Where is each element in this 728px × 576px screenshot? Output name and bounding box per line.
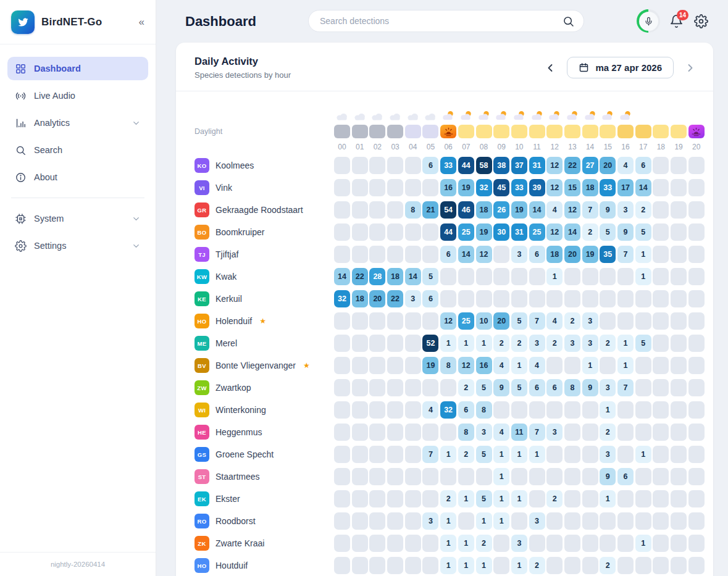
heatmap-cell[interactable]: 1 — [529, 446, 545, 463]
heatmap-cell[interactable]: 3 — [529, 335, 545, 352]
heatmap-cell[interactable] — [493, 557, 509, 574]
heatmap-cell[interactable] — [369, 157, 385, 174]
heatmap-cell[interactable] — [422, 379, 438, 396]
heatmap-cell[interactable]: 1 — [635, 268, 651, 285]
notifications-button[interactable]: 14 — [667, 12, 685, 30]
heatmap-cell[interactable] — [352, 201, 368, 219]
sidebar-item-live-audio[interactable]: Live Audio — [7, 84, 148, 107]
heatmap-cell[interactable]: 1 — [617, 335, 634, 352]
heatmap-cell[interactable] — [671, 379, 687, 396]
heatmap-cell[interactable]: 1 — [458, 490, 474, 507]
heatmap-cell[interactable]: 2 — [440, 490, 456, 507]
heatmap-cell[interactable] — [405, 446, 421, 463]
heatmap-cell[interactable] — [352, 246, 368, 263]
heatmap-cell[interactable] — [688, 424, 705, 441]
heatmap-cell[interactable]: 27 — [582, 157, 598, 174]
heatmap-cell[interactable]: 22 — [352, 268, 368, 285]
heatmap-cell[interactable] — [671, 268, 687, 285]
heatmap-cell[interactable]: 7 — [617, 379, 634, 396]
species-label[interactable]: GRGekraagde Roodstaart — [195, 202, 303, 217]
heatmap-cell[interactable] — [493, 268, 509, 285]
heatmap-cell[interactable] — [564, 446, 580, 463]
heatmap-cell[interactable] — [635, 379, 651, 396]
heatmap-cell[interactable] — [582, 401, 598, 419]
heatmap-cell[interactable] — [617, 512, 634, 530]
heatmap-cell[interactable] — [600, 268, 616, 285]
heatmap-cell[interactable] — [405, 490, 421, 507]
heatmap-cell[interactable]: 5 — [476, 379, 492, 396]
heatmap-cell[interactable]: 19 — [422, 357, 438, 374]
heatmap-cell[interactable]: 7 — [422, 446, 438, 463]
heatmap-cell[interactable] — [635, 468, 651, 485]
heatmap-cell[interactable] — [334, 201, 350, 219]
heatmap-cell[interactable]: 3 — [476, 424, 492, 441]
heatmap-cell[interactable] — [582, 468, 598, 485]
heatmap-cell[interactable] — [387, 468, 403, 485]
heatmap-cell[interactable] — [405, 246, 421, 263]
heatmap-cell[interactable]: 1 — [635, 535, 651, 552]
heatmap-cell[interactable]: 4 — [546, 312, 563, 330]
heatmap-cell[interactable]: 12 — [546, 179, 563, 196]
heatmap-cell[interactable] — [617, 446, 634, 463]
heatmap-cell[interactable] — [334, 312, 350, 330]
heatmap-cell[interactable]: 52 — [422, 335, 438, 352]
heatmap-cell[interactable]: 4 — [617, 157, 634, 174]
heatmap-cell[interactable] — [387, 557, 403, 574]
heatmap-cell[interactable] — [405, 223, 421, 241]
next-day-button[interactable] — [684, 61, 697, 75]
heatmap-cell[interactable] — [352, 312, 368, 330]
heatmap-cell[interactable]: 3 — [511, 246, 527, 263]
heatmap-cell[interactable]: 11 — [511, 424, 527, 441]
heatmap-cell[interactable]: 32 — [476, 179, 492, 196]
heatmap-cell[interactable] — [387, 357, 403, 374]
heatmap-cell[interactable] — [546, 446, 563, 463]
heatmap-cell[interactable]: 2 — [600, 335, 616, 352]
heatmap-cell[interactable] — [582, 424, 598, 441]
heatmap-cell[interactable] — [493, 246, 509, 263]
heatmap-cell[interactable] — [671, 490, 687, 507]
heatmap-cell[interactable]: 1 — [440, 512, 456, 530]
heatmap-cell[interactable]: 33 — [511, 179, 527, 196]
heatmap-cell[interactable] — [334, 223, 350, 241]
heatmap-cell[interactable] — [440, 290, 456, 307]
heatmap-cell[interactable]: 3 — [600, 379, 616, 396]
heatmap-cell[interactable] — [688, 335, 705, 352]
heatmap-cell[interactable] — [653, 246, 669, 263]
heatmap-cell[interactable]: 8 — [564, 379, 580, 396]
heatmap-cell[interactable] — [405, 379, 421, 396]
heatmap-cell[interactable] — [671, 357, 687, 374]
heatmap-cell[interactable]: 1 — [635, 246, 651, 263]
heatmap-cell[interactable]: 5 — [600, 223, 616, 241]
heatmap-cell[interactable] — [688, 512, 705, 530]
species-label[interactable]: MEMerel — [195, 336, 237, 351]
settings-button[interactable] — [692, 12, 709, 30]
heatmap-cell[interactable] — [546, 535, 563, 552]
heatmap-cell[interactable] — [405, 557, 421, 574]
heatmap-cell[interactable] — [334, 335, 350, 352]
heatmap-cell[interactable] — [688, 446, 705, 463]
heatmap-cell[interactable]: 5 — [476, 490, 492, 507]
heatmap-cell[interactable]: 2 — [600, 424, 616, 441]
sidebar-item-system[interactable]: System — [7, 207, 148, 230]
heatmap-cell[interactable] — [653, 512, 669, 530]
heatmap-cell[interactable] — [369, 490, 385, 507]
heatmap-cell[interactable] — [352, 401, 368, 419]
heatmap-cell[interactable] — [352, 557, 368, 574]
heatmap-cell[interactable] — [635, 312, 651, 330]
heatmap-cell[interactable]: 12 — [564, 201, 580, 219]
heatmap-cell[interactable]: 58 — [476, 157, 492, 174]
sidebar-item-analytics[interactable]: Analytics — [7, 111, 148, 135]
heatmap-cell[interactable]: 1 — [458, 335, 474, 352]
heatmap-cell[interactable]: 44 — [458, 157, 474, 174]
heatmap-cell[interactable] — [688, 223, 705, 241]
heatmap-cell[interactable] — [564, 468, 580, 485]
heatmap-cell[interactable] — [334, 446, 350, 463]
heatmap-cell[interactable]: 2 — [458, 379, 474, 396]
heatmap-cell[interactable] — [369, 201, 385, 219]
heatmap-cell[interactable] — [600, 535, 616, 552]
microphone-button[interactable] — [639, 12, 658, 31]
heatmap-cell[interactable] — [671, 201, 687, 219]
heatmap-cell[interactable]: 32 — [334, 290, 350, 307]
heatmap-cell[interactable] — [671, 179, 687, 196]
heatmap-cell[interactable] — [635, 401, 651, 419]
